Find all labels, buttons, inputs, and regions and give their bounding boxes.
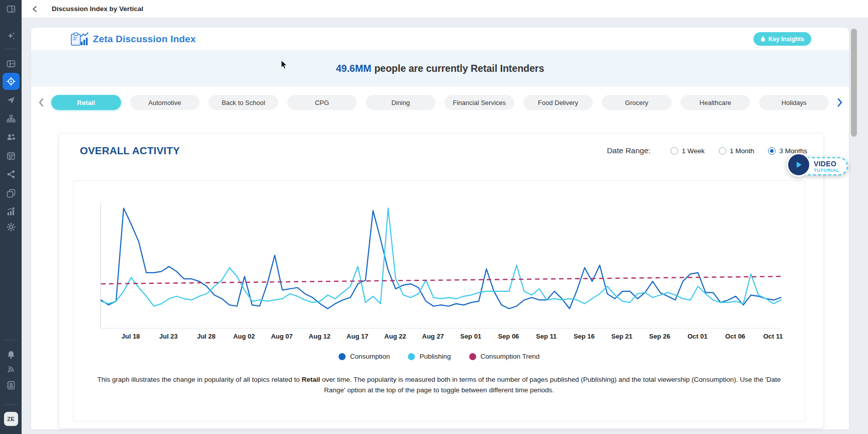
card-header: Zeta Discussion Index Key Insights xyxy=(31,28,849,50)
play-icon xyxy=(794,160,803,169)
sidebar-divider xyxy=(5,340,18,340)
x-tick-label: Aug 22 xyxy=(384,333,406,340)
sidebar-toggle-icon[interactable] xyxy=(3,1,20,18)
activity-chart xyxy=(101,204,781,329)
section-title: OVERALL ACTIVITY xyxy=(80,145,180,157)
vertical-tabs: RetailAutomotiveBack to SchoolCPGDiningF… xyxy=(51,95,829,110)
sidebar-divider xyxy=(5,49,18,49)
tab-cpg[interactable]: CPG xyxy=(287,95,357,110)
tab-dining[interactable]: Dining xyxy=(366,95,436,110)
x-tick-label: Oct 01 xyxy=(688,333,708,340)
chevron-left-icon xyxy=(37,97,45,107)
sitemap-icon[interactable] xyxy=(3,111,20,128)
date-range-label: Date Range: xyxy=(607,146,650,155)
intenders-count: 49.6MM xyxy=(336,63,371,74)
chart-growth-icon[interactable] xyxy=(3,203,20,220)
legend-consumption: Consumption xyxy=(339,353,390,360)
send-icon[interactable] xyxy=(3,91,20,108)
x-tick-label: Jul 18 xyxy=(122,333,140,340)
legend-label: Consumption xyxy=(350,353,390,360)
address-book-icon[interactable] xyxy=(3,377,20,394)
sidebar-divider xyxy=(5,404,18,405)
tab-retail[interactable]: Retail xyxy=(51,95,121,110)
legend-dot-consumption xyxy=(339,353,346,360)
chart-box: Jul 18Jul 23Jul 28Aug 02Aug 07Aug 12Aug … xyxy=(73,180,805,421)
zeta-logo: Zeta Discussion Index xyxy=(70,32,196,47)
play-button[interactable] xyxy=(787,153,811,177)
collection-icon[interactable] xyxy=(3,185,20,202)
plot-area xyxy=(100,203,781,329)
tab-automotive[interactable]: Automotive xyxy=(130,95,200,110)
sparkles-icon[interactable] xyxy=(3,28,20,45)
video-label: VIDEO xyxy=(814,160,847,167)
x-tick-label: Sep 01 xyxy=(460,333,481,340)
intenders-banner: 49.6MM people are currently Retail Inten… xyxy=(31,50,849,86)
overall-activity-card: OVERALL ACTIVITY Date Range: 1 Week1 Mon… xyxy=(59,133,824,428)
left-sidebar: ZE xyxy=(0,0,22,434)
x-tick-label: Sep 11 xyxy=(536,333,557,340)
radio-label: 1 Week xyxy=(682,147,705,155)
date-range-control: Date Range: 1 Week1 Month3 Months xyxy=(607,146,807,155)
tabs-scroll-left-button[interactable] xyxy=(35,96,47,108)
x-tick-label: Sep 21 xyxy=(611,333,632,340)
audience-icon[interactable] xyxy=(3,129,20,146)
chart-description: This graph illustrates the change in pop… xyxy=(93,375,785,395)
x-tick-label: Jul 28 xyxy=(197,333,215,340)
radio-label: 1 Month xyxy=(730,147,754,155)
chevron-left-icon xyxy=(32,6,39,13)
x-tick-label: Aug 12 xyxy=(309,333,331,340)
x-tick-label: Oct 06 xyxy=(725,333,745,340)
intenders-text: people are currently Retail Intenders xyxy=(374,63,544,74)
tab-financial-services[interactable]: Financial Services xyxy=(445,95,514,110)
user-avatar[interactable]: ZE xyxy=(4,412,18,426)
x-tick-label: Aug 17 xyxy=(347,333,368,340)
calendar-icon[interactable] xyxy=(3,147,20,164)
logo-text: Zeta Discussion Index xyxy=(93,34,196,45)
tab-healthcare[interactable]: Healthcare xyxy=(681,95,750,110)
x-tick-label: Jul 23 xyxy=(159,333,178,340)
signal-icon[interactable] xyxy=(3,361,20,378)
legend-publishing: Publishing xyxy=(408,353,451,360)
settings-gear-icon[interactable] xyxy=(3,219,20,236)
tabs-scroll-right-button[interactable] xyxy=(834,96,846,108)
video-tutorial-badge[interactable]: VIDEO TUTORIAL xyxy=(787,153,849,179)
target-icon[interactable] xyxy=(3,73,20,90)
x-tick-label: Aug 02 xyxy=(233,333,255,340)
dashboard-icon[interactable] xyxy=(3,55,20,72)
chevron-right-icon xyxy=(836,97,844,107)
share-nodes-icon[interactable] xyxy=(3,166,20,183)
chart-legend: ConsumptionPublishingConsumption Trend xyxy=(73,353,805,360)
x-tick-label: Aug 07 xyxy=(271,333,292,340)
page-title: Discussion Index by Vertical xyxy=(52,5,143,13)
x-tick-label: Oct 11 xyxy=(763,333,783,340)
activity-header: OVERALL ACTIVITY Date Range: 1 Week1 Mon… xyxy=(80,145,807,157)
x-tick-label: Sep 16 xyxy=(574,333,595,340)
x-tick-label: Sep 26 xyxy=(649,333,670,340)
legend-label: Publishing xyxy=(419,353,451,360)
radio-1-month[interactable]: 1 Month xyxy=(719,147,754,155)
tutorial-label: TUTORIAL xyxy=(814,167,847,173)
back-button[interactable] xyxy=(30,4,41,15)
radio-circle-1-week[interactable] xyxy=(671,147,678,155)
x-axis-labels: Jul 18Jul 23Jul 28Aug 02Aug 07Aug 12Aug … xyxy=(73,333,805,343)
radio-circle-3-months[interactable] xyxy=(768,147,776,155)
radio-1-week[interactable]: 1 Week xyxy=(671,147,705,155)
tab-holidays[interactable]: Holidays xyxy=(759,95,829,110)
tab-food-delivery[interactable]: Food Delivery xyxy=(523,95,593,110)
legend-consumption-trend: Consumption Trend xyxy=(469,353,540,360)
radio-circle-1-month[interactable] xyxy=(719,147,726,155)
tab-back-to-school[interactable]: Back to School xyxy=(208,95,278,110)
series-line-consumption-trend xyxy=(101,276,781,284)
vertical-scrollbar-thumb[interactable] xyxy=(851,29,857,137)
legend-label: Consumption Trend xyxy=(481,353,540,360)
key-insights-button[interactable]: Key Insights xyxy=(753,32,811,46)
page-topbar: Discussion Index by Vertical xyxy=(22,0,868,18)
legend-dot-publishing xyxy=(408,353,415,360)
series-line-consumption xyxy=(101,208,781,308)
x-tick-label: Sep 06 xyxy=(498,333,519,340)
tab-grocery[interactable]: Grocery xyxy=(602,95,672,110)
flame-icon xyxy=(761,36,766,42)
logo-chart-clipboard-icon xyxy=(70,32,88,47)
content-card: Zeta Discussion Index Key Insights 49.6M… xyxy=(31,28,849,429)
main-area: Zeta Discussion Index Key Insights 49.6M… xyxy=(22,18,868,434)
